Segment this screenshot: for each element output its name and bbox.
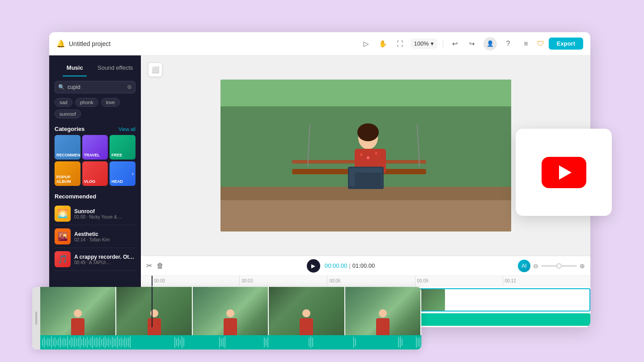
undo-button[interactable]: ↩ xyxy=(449,37,462,51)
person-head-4 xyxy=(302,309,310,317)
svg-rect-90 xyxy=(416,337,417,348)
svg-rect-70 xyxy=(176,339,177,346)
tab-music[interactable]: Music xyxy=(55,61,95,76)
hand-tool-button[interactable]: ✋ xyxy=(377,37,390,51)
svg-rect-86 xyxy=(355,339,356,346)
svg-rect-79 xyxy=(264,337,265,347)
svg-rect-29 xyxy=(60,337,61,348)
svg-point-9 xyxy=(357,123,379,141)
svg-rect-33 xyxy=(67,337,68,348)
redo-button[interactable]: ↪ xyxy=(466,37,479,51)
toolbar-left: 🔔 Untitled project xyxy=(56,39,355,48)
tab-sound-effects[interactable]: Sound effects xyxy=(95,61,136,76)
svg-rect-88 xyxy=(400,337,401,348)
ai-enhance-button[interactable]: AI xyxy=(518,260,530,272)
music-item-recorder[interactable]: 🎵 A crappy recorder. Otoboke /... 00:49 … xyxy=(55,248,136,271)
category-popup[interactable]: POPUP ALBUM xyxy=(55,161,80,186)
svg-rect-17 xyxy=(368,173,381,186)
filter-icon[interactable]: ⚙ xyxy=(127,84,132,90)
tag-sad[interactable]: sad xyxy=(55,98,72,107)
svg-rect-21 xyxy=(46,340,47,345)
music-info-aesthetic: Aesthetic 02:14 · Tollan Kim xyxy=(74,231,136,242)
toolbar-center: ▷ ✋ ⛶ 100% ▾ ↩ ↪ xyxy=(360,37,479,51)
svg-rect-41 xyxy=(81,339,82,345)
search-icon: 🔍 xyxy=(58,84,65,90)
person-body-3 xyxy=(224,318,237,336)
search-input[interactable] xyxy=(55,81,136,93)
layers-button[interactable]: ≡ xyxy=(519,37,533,51)
avatar-button[interactable]: 👤 xyxy=(483,37,497,51)
zoom-level: 100% xyxy=(414,40,429,47)
svg-rect-60 xyxy=(115,338,116,347)
zoom-out-icon[interactable]: ⊖ xyxy=(533,262,538,269)
category-vlog[interactable]: VLOG xyxy=(82,161,108,186)
fullscreen-tool-button[interactable]: ⛶ xyxy=(394,37,407,51)
youtube-logo xyxy=(542,157,586,188)
ruler-tick-2: 00:06 xyxy=(327,276,415,286)
zoom-selector[interactable]: 100% ▾ xyxy=(411,38,437,49)
music-item-aesthetic[interactable]: 🌇 Aesthetic 02:14 · Tollan Kim xyxy=(55,225,136,248)
svg-rect-22 xyxy=(47,338,48,347)
svg-rect-75 xyxy=(219,337,220,348)
svg-rect-16 xyxy=(355,173,368,186)
time-display: 00:00.00 | 01:00.00 xyxy=(325,262,375,269)
frame-tool-button[interactable]: ⬜ xyxy=(148,63,162,77)
svg-rect-67 xyxy=(128,338,129,347)
sidebar-search: 🔍 ⚙ xyxy=(55,81,136,93)
svg-rect-51 xyxy=(99,337,100,348)
svg-rect-76 xyxy=(221,339,222,346)
main-content: Music Sound effects 🔍 ⚙ sad phonk love s… xyxy=(49,55,590,327)
svg-rect-36 xyxy=(72,338,73,346)
zoom-chevron-icon: ▾ xyxy=(431,40,434,47)
editor-window: 🔔 Untitled project ▷ ✋ ⛶ 100% ▾ ↩ ↪ 👤 ? … xyxy=(49,32,590,327)
svg-rect-82 xyxy=(309,338,309,346)
svg-rect-80 xyxy=(266,339,267,346)
svg-rect-54 xyxy=(105,337,106,348)
categories-title: Categories xyxy=(55,126,85,132)
person-head-5 xyxy=(379,309,387,317)
zoom-thumb xyxy=(556,263,562,269)
category-head[interactable]: HEAD › xyxy=(110,161,136,186)
category-label-travel: TRAVEL xyxy=(84,153,100,158)
play-button[interactable]: ▶ xyxy=(307,259,320,273)
tags-row: sad phonk love sunroof xyxy=(49,98,141,122)
music-item-sunroof[interactable]: 🌅 Sunroof 01:00 · Nicky Youre & ... xyxy=(55,202,136,225)
svg-rect-65 xyxy=(124,337,125,348)
category-free[interactable]: FREE xyxy=(110,135,136,160)
svg-rect-68 xyxy=(130,337,131,348)
timeline-zoom: AI ⊖ ⊕ xyxy=(518,260,585,272)
delete-clip-icon[interactable]: 🗑 xyxy=(157,262,164,270)
zoom-in-icon[interactable]: ⊕ xyxy=(580,262,585,269)
person-body-4 xyxy=(300,318,313,336)
svg-rect-37 xyxy=(74,337,75,348)
cursor-tool-button[interactable]: ▷ xyxy=(360,37,373,51)
svg-rect-28 xyxy=(58,338,59,346)
svg-rect-61 xyxy=(117,337,118,348)
zoom-slider[interactable] xyxy=(541,265,577,267)
help-button[interactable]: ? xyxy=(501,37,515,51)
music-info-recorder: A crappy recorder. Otoboke /... 00:49 · … xyxy=(74,254,136,265)
time-separator: | xyxy=(349,262,350,269)
view-all-link[interactable]: View all xyxy=(119,126,136,132)
svg-rect-46 xyxy=(90,338,91,347)
split-tool-icon[interactable]: ✂ xyxy=(146,261,152,270)
toolbar-divider xyxy=(443,39,443,48)
recommended-header: Recommended xyxy=(49,189,141,202)
svg-point-12 xyxy=(367,156,369,159)
sidebar-tabs: Music Sound effects xyxy=(49,55,141,76)
category-travel[interactable]: TRAVEL xyxy=(82,135,108,160)
category-recommend[interactable]: RECOMMEND xyxy=(55,135,80,160)
svg-rect-44 xyxy=(87,337,88,348)
tag-sunroof[interactable]: sunroof xyxy=(55,109,81,118)
svg-rect-85 xyxy=(353,337,354,348)
export-button[interactable]: Export xyxy=(549,38,583,50)
ruler-tick-3: 00:09 xyxy=(415,276,503,286)
tag-love[interactable]: love xyxy=(101,98,120,107)
tag-phonk[interactable]: phonk xyxy=(75,98,98,107)
filmstrip-left-handle[interactable] xyxy=(32,287,40,349)
svg-rect-63 xyxy=(121,337,122,347)
svg-rect-3 xyxy=(220,200,511,232)
thumb-aesthetic: 🌇 xyxy=(55,228,71,244)
svg-rect-25 xyxy=(53,339,54,346)
svg-rect-92 xyxy=(419,337,420,347)
